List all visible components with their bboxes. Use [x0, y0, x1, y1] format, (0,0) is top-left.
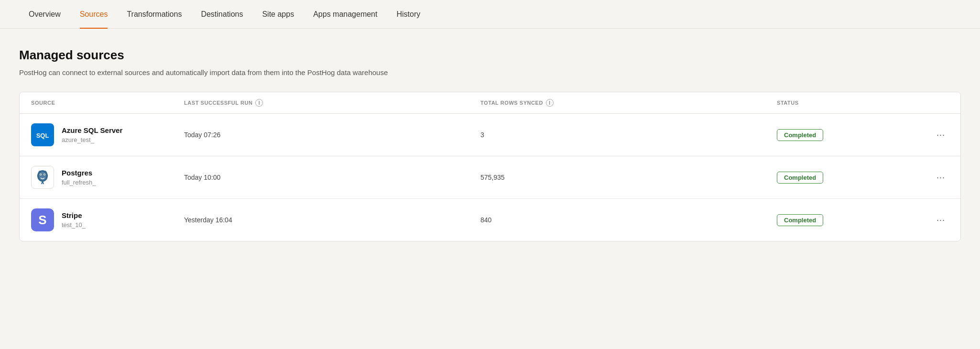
azure-icon: SQL [31, 123, 54, 146]
stripe-icon: S [31, 208, 54, 231]
postgres-rows-synced: 575,935 [480, 174, 777, 181]
postgres-info: Postgres full_refresh_ [62, 169, 96, 186]
stripe-status-cell: Completed [777, 214, 920, 226]
svg-text:SQL: SQL [36, 132, 49, 139]
nav-item-overview[interactable]: Overview [19, 0, 70, 29]
postgres-last-run: Today 10:00 [184, 174, 480, 181]
azure-rows-synced: 3 [480, 131, 777, 139]
postgres-actions-cell: ··· [920, 171, 949, 185]
azure-more-button[interactable]: ··· [933, 128, 949, 142]
col-header-source: SOURCE [31, 99, 184, 107]
sources-table: SOURCE LAST SUCCESSFUL RUN i TOTAL ROWS … [19, 92, 961, 241]
source-cell-azure: SQL Azure SQL Server azure_test_ [31, 123, 184, 146]
postgres-status-badge: Completed [777, 172, 823, 184]
postgres-status-cell: Completed [777, 172, 920, 184]
nav-item-sources[interactable]: Sources [70, 0, 118, 29]
col-header-rows-synced: TOTAL ROWS SYNCED i [480, 99, 777, 107]
table-row: S Stripe test_10_ Yesterday 16:04 840 Co… [20, 199, 960, 241]
azure-last-run: Today 07:26 [184, 131, 480, 139]
azure-actions-cell: ··· [920, 128, 949, 142]
page-description: PostHog can connect to external sources … [19, 68, 961, 76]
stripe-source-name: Stripe [62, 211, 86, 219]
postgres-more-button[interactable]: ··· [933, 171, 949, 185]
source-cell-postgres: Postgres full_refresh_ [31, 166, 184, 189]
nav-item-destinations[interactable]: Destinations [191, 0, 252, 29]
postgres-source-name: Postgres [62, 169, 96, 177]
nav-bar: OverviewSourcesTransformationsDestinatio… [0, 0, 980, 29]
table-row: SQL Azure SQL Server azure_test_ Today 0… [20, 114, 960, 156]
postgres-source-subtitle: full_refresh_ [62, 179, 96, 186]
table-header: SOURCE LAST SUCCESSFUL RUN i TOTAL ROWS … [20, 92, 960, 114]
stripe-source-subtitle: test_10_ [62, 221, 86, 229]
svg-line-11 [43, 181, 44, 184]
azure-info: Azure SQL Server azure_test_ [62, 126, 122, 143]
azure-source-subtitle: azure_test_ [62, 136, 122, 143]
col-header-last-run: LAST SUCCESSFUL RUN i [184, 99, 480, 107]
stripe-status-badge: Completed [777, 214, 823, 226]
stripe-actions-cell: ··· [920, 213, 949, 227]
svg-point-9 [44, 174, 45, 175]
nav-item-site-apps[interactable]: Site apps [252, 0, 304, 29]
postgres-icon [31, 166, 54, 189]
rows-synced-info-icon[interactable]: i [546, 99, 554, 107]
azure-status-badge: Completed [777, 129, 823, 141]
azure-status-cell: Completed [777, 129, 920, 141]
nav-item-apps-management[interactable]: Apps management [304, 0, 387, 29]
stripe-rows-synced: 840 [480, 216, 777, 224]
col-header-actions [920, 99, 949, 107]
stripe-info: Stripe test_10_ [62, 211, 86, 229]
svg-point-8 [40, 174, 41, 175]
stripe-last-run: Yesterday 16:04 [184, 216, 480, 224]
stripe-s-letter: S [38, 213, 46, 228]
azure-source-name: Azure SQL Server [62, 126, 122, 134]
page-title: Managed sources [19, 48, 961, 63]
nav-item-history[interactable]: History [387, 0, 430, 29]
last-run-info-icon[interactable]: i [255, 99, 263, 107]
stripe-more-button[interactable]: ··· [933, 213, 949, 227]
source-cell-stripe: S Stripe test_10_ [31, 208, 184, 231]
col-header-status: STATUS [777, 99, 920, 107]
app-container: OverviewSourcesTransformationsDestinatio… [0, 0, 980, 349]
main-content: Managed sources PostHog can connect to e… [0, 29, 980, 261]
table-row: Postgres full_refresh_ Today 10:00 575,9… [20, 156, 960, 199]
nav-item-transformations[interactable]: Transformations [117, 0, 191, 29]
